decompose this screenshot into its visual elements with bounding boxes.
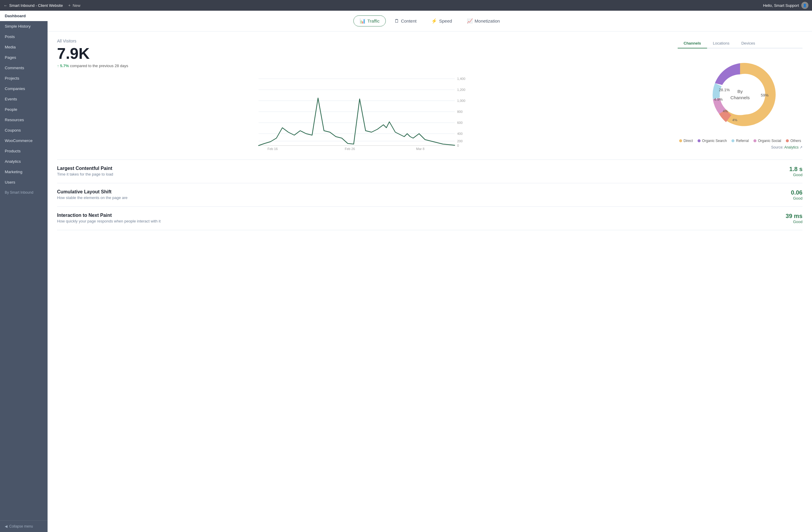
legend-organic-search: Organic Search (698, 139, 727, 143)
metric-label-cls: Cumulative Layout Shift (57, 189, 128, 195)
metric-label-inp: Interaction to Next Paint (57, 213, 160, 218)
donut-chart-wrapper: By Channels 59% 28.1% 4.9% 4% 4% (678, 53, 802, 136)
sidebar-item-marketing[interactable]: Marketing (0, 167, 47, 177)
avatar[interactable]: 👤 (801, 2, 809, 9)
back-icon: ← (3, 3, 8, 8)
site-name[interactable]: ← Smart Inbound - Client Website (3, 3, 63, 8)
metric-row-lcp: Largest Contentful Paint Time it takes f… (57, 160, 802, 183)
analytics-link[interactable]: Analytics (784, 145, 799, 149)
metric-value-cls: 0.06 (791, 189, 802, 196)
dashboard-content: All Visitors 7.9K ↑ 5.7% compared to the… (47, 31, 812, 532)
metric-value-lcp: 1.8 s (789, 166, 802, 173)
metric-label-lcp: Largest Contentful Paint (57, 166, 113, 171)
metric-status-cls: Good (791, 196, 802, 201)
metric-value-block-cls: 0.06 Good (791, 189, 802, 201)
speed-icon: ⚡ (431, 18, 437, 24)
content-icon: 🗒 (394, 18, 399, 24)
svg-text:28.1%: 28.1% (719, 88, 730, 92)
metric-info-lcp: Largest Contentful Paint Time it takes f… (57, 166, 113, 176)
metric-value-block-lcp: 1.8 s Good (789, 166, 802, 177)
metric-desc-cls: How stable the elements on the page are (57, 195, 128, 200)
svg-text:4%: 4% (723, 109, 728, 113)
legend-dot-others (786, 139, 789, 142)
monetization-icon: 📈 (467, 18, 473, 24)
sidebar-item-simple-history[interactable]: Simple History (0, 21, 47, 31)
svg-text:0: 0 (457, 144, 459, 147)
greeting-text: Hello, Smart Support (763, 3, 799, 8)
donut-tabs: Channels Locations Devices (678, 39, 802, 48)
sidebar-item-events[interactable]: Events (0, 94, 47, 104)
legend-referral: Referral (731, 139, 749, 143)
svg-text:200: 200 (457, 139, 463, 143)
plus-icon: ＋ (68, 3, 71, 8)
tab-channels[interactable]: Channels (678, 39, 707, 48)
sidebar-item-products[interactable]: Products (0, 146, 47, 156)
svg-text:1,400: 1,400 (457, 77, 465, 80)
svg-text:By: By (737, 89, 743, 94)
svg-text:Feb 26: Feb 26 (345, 147, 355, 150)
sidebar-item-woocommerce[interactable]: WooCommerce (0, 135, 47, 146)
line-chart: 1,400 1,200 1,000 800 600 400 200 0 Feb … (57, 73, 668, 150)
sidebar-item-posts[interactable]: Posts (0, 31, 47, 42)
tab-speed[interactable]: ⚡ Speed (425, 15, 458, 27)
topbar-left: ← Smart Inbound - Client Website ＋ New (3, 3, 80, 8)
metric-value-inp: 39 ms (785, 213, 802, 220)
collapse-icon: ◀ (5, 524, 8, 529)
sidebar-item-companies[interactable]: Companies (0, 84, 47, 94)
sidebar-item-dashboard[interactable]: Dashboard (0, 11, 47, 21)
metric-status-inp: Good (785, 220, 802, 224)
sidebar-item-coupons[interactable]: Coupons (0, 125, 47, 135)
tab-traffic[interactable]: 📊 Traffic (353, 15, 386, 27)
external-link-icon: ↗ (799, 145, 802, 149)
sidebar-item-resources[interactable]: Resources (0, 115, 47, 125)
legend-others: Others (786, 139, 801, 143)
new-button[interactable]: ＋ New (68, 3, 80, 8)
svg-text:800: 800 (457, 110, 463, 114)
topbar: ← Smart Inbound - Client Website ＋ New H… (0, 0, 812, 11)
sidebar-item-analytics[interactable]: Analytics (0, 156, 47, 167)
tab-devices[interactable]: Devices (735, 39, 761, 48)
sidebar-item-media[interactable]: Media (0, 42, 47, 52)
sidebar-item-people[interactable]: People (0, 104, 47, 115)
sidebar-item-pages[interactable]: Pages (0, 52, 47, 63)
sidebar-item-comments[interactable]: Comments (0, 63, 47, 73)
change-label: compared to the previous 28 days (70, 63, 128, 68)
svg-text:400: 400 (457, 132, 463, 135)
collapse-menu-button[interactable]: ◀ Collapse menu (5, 524, 43, 529)
visitor-count: 7.9K (57, 45, 668, 62)
source-line: Source: Analytics ↗ (678, 145, 802, 149)
svg-text:Channels: Channels (730, 95, 750, 100)
traffic-right: Channels Locations Devices (678, 39, 802, 150)
metrics-section: Largest Contentful Paint Time it takes f… (57, 160, 802, 230)
metric-info-cls: Cumulative Layout Shift How stable the e… (57, 189, 128, 200)
svg-text:Feb 16: Feb 16 (267, 147, 278, 150)
tab-locations[interactable]: Locations (707, 39, 736, 48)
svg-text:1,200: 1,200 (457, 88, 465, 91)
sidebar-item-users[interactable]: Users (0, 177, 47, 188)
sidebar: Dashboard Simple History Posts Media Pag… (0, 11, 47, 532)
svg-text:600: 600 (457, 121, 463, 124)
legend-dot-organic-social (753, 139, 756, 142)
svg-text:1,000: 1,000 (457, 99, 465, 103)
legend-organic-social: Organic Social (753, 139, 781, 143)
tab-content[interactable]: 🗒 Content (388, 15, 423, 27)
change-percent: ↑ 5.7% (57, 63, 69, 68)
svg-text:Mar 8: Mar 8 (416, 147, 424, 150)
legend-direct: Direct (679, 139, 693, 143)
tab-monetization[interactable]: 📈 Monetization (461, 15, 506, 27)
metric-value-block-inp: 39 ms Good (785, 213, 802, 224)
legend-dot-organic-search (698, 139, 700, 142)
sidebar-item-projects[interactable]: Projects (0, 73, 47, 84)
by-smart-inbound: By Smart Inbound (0, 188, 47, 197)
svg-text:4.9%: 4.9% (714, 97, 723, 102)
sidebar-footer: ◀ Collapse menu (0, 520, 47, 532)
metric-info-inp: Interaction to Next Paint How quickly yo… (57, 213, 160, 223)
traffic-section: All Visitors 7.9K ↑ 5.7% compared to the… (57, 39, 802, 150)
all-visitors-label: All Visitors (57, 39, 668, 43)
legend-dot-referral (731, 139, 735, 142)
metric-desc-lcp: Time it takes for the page to load (57, 172, 113, 176)
main-content: 📊 Traffic 🗒 Content ⚡ Speed 📈 Monetizati… (47, 11, 812, 532)
chart-legend: Direct Organic Search Referral Orga (678, 139, 802, 143)
main-tabs: 📊 Traffic 🗒 Content ⚡ Speed 📈 Monetizati… (47, 11, 812, 31)
bar-chart-icon: 📊 (360, 18, 366, 24)
